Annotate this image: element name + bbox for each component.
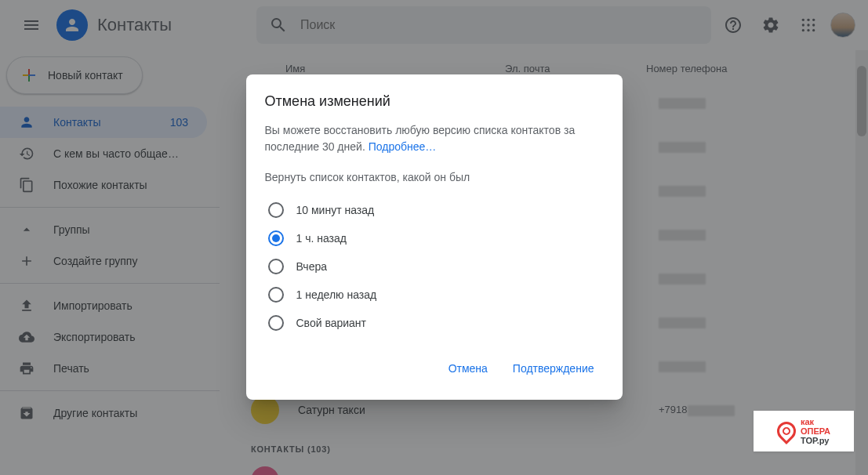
radio-icon <box>268 287 284 303</box>
radio-option[interactable]: 1 неделю назад <box>265 281 604 309</box>
radio-icon <box>268 259 284 274</box>
radio-label: Вчера <box>296 260 328 273</box>
modal-scrim[interactable]: Отмена изменений Вы можете восстановить … <box>0 0 868 475</box>
learn-more-link[interactable]: Подробнее… <box>369 140 437 153</box>
watermark: как ОПЕРАТОР.ру <box>754 411 854 451</box>
radio-label: 1 неделю назад <box>296 288 377 301</box>
radio-icon <box>268 315 284 331</box>
radio-option[interactable]: 10 минут назад <box>265 196 604 224</box>
radio-label: Свой вариант <box>296 317 367 329</box>
radio-option[interactable]: Вчера <box>265 252 604 281</box>
cancel-button[interactable]: Отмена <box>439 356 497 381</box>
radio-icon <box>268 230 284 246</box>
radio-label: 1 ч. назад <box>296 232 347 245</box>
dialog-description: Вы можете восстановить любую версию спис… <box>265 122 604 155</box>
dialog-subtitle: Вернуть список контактов, какой он был <box>265 171 604 183</box>
radio-option[interactable]: Свой вариант <box>265 309 604 337</box>
dialog-title: Отмена изменений <box>265 93 604 110</box>
watermark-icon <box>773 418 800 444</box>
radio-option[interactable]: 1 ч. назад <box>265 224 604 252</box>
confirm-button[interactable]: Подтверждение <box>503 356 604 381</box>
radio-icon <box>268 202 284 218</box>
undo-dialog: Отмена изменений Вы можете восстановить … <box>246 74 623 400</box>
radio-label: 10 минут назад <box>296 204 375 216</box>
